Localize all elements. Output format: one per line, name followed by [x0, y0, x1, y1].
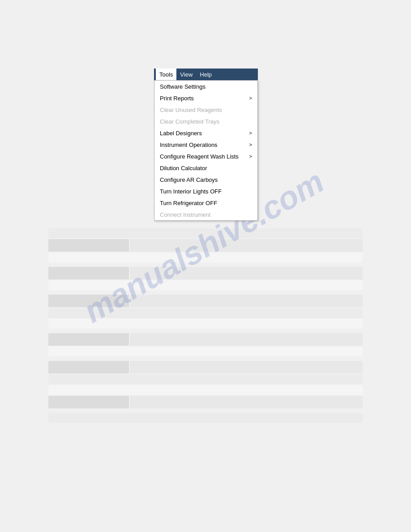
menu-item-label: Instrument Operations	[160, 142, 218, 148]
menu-item-label: Label Designers	[160, 130, 202, 137]
menu-item-label-designers[interactable]: Label Designers >	[154, 127, 257, 139]
menu-item-label: Configure Reagent Wash Lists	[160, 153, 239, 160]
menu-item-software-settings[interactable]: Software Settings	[154, 81, 257, 92]
menu-item-label: Turn Refrigerator OFF	[160, 200, 217, 206]
menu-item-configure-reagent-wash-lists[interactable]: Configure Reagent Wash Lists >	[154, 150, 257, 162]
menu-item-configure-ar-carboys[interactable]: Configure AR Carboys	[154, 174, 257, 185]
submenu-arrow-icon: >	[249, 154, 252, 159]
menu-bar: Tools View Help	[154, 69, 258, 80]
menu-item-dilution-calculator[interactable]: Dilution Calculator	[154, 162, 257, 174]
menu-item-turn-interior-lights-off[interactable]: Turn Interior Lights OFF	[154, 185, 257, 197]
menu-item-clear-unused-reagents: Clear Unused Reagents	[154, 104, 257, 116]
menu-item-connect-instrument: Connect Instrument	[154, 209, 257, 220]
tools-dropdown: Software Settings Print Reports > Clear …	[154, 80, 258, 221]
menu-item-instrument-operations[interactable]: Instrument Operations >	[154, 139, 257, 150]
submenu-arrow-icon: >	[249, 95, 252, 101]
menu-view[interactable]: View	[176, 69, 196, 80]
menu-item-label: Dilution Calculator	[160, 165, 207, 172]
menu-tools[interactable]: Tools	[156, 69, 176, 80]
menu-item-label: Print Reports	[160, 95, 194, 102]
menu-item-turn-refrigerator-off[interactable]: Turn Refrigerator OFF	[154, 197, 257, 209]
menu-item-label: Clear Unused Reagents	[160, 107, 222, 113]
submenu-arrow-icon: >	[249, 142, 252, 147]
submenu-arrow-icon: >	[249, 130, 252, 136]
menu-item-label: Configure AR Carboys	[160, 176, 218, 183]
background-content	[48, 228, 363, 484]
menu-help[interactable]: Help	[196, 69, 215, 80]
menu-item-clear-completed-trays: Clear Completed Trays	[154, 116, 257, 127]
menu-item-label: Clear Completed Trays	[160, 118, 219, 125]
menu-item-label: Connect Instrument	[160, 211, 210, 218]
menu-item-print-reports[interactable]: Print Reports >	[154, 92, 257, 104]
menu-item-label: Software Settings	[160, 83, 206, 90]
menu-item-label: Turn Interior Lights OFF	[160, 188, 222, 195]
